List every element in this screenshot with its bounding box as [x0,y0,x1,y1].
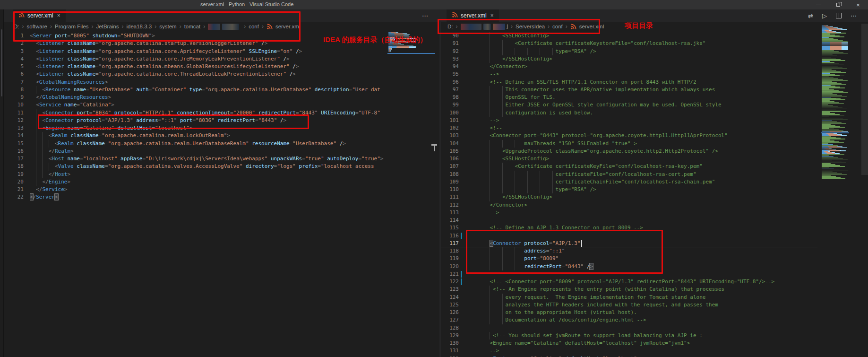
split-editor-icon[interactable] [836,13,842,18]
code-line[interactable]: 105 <UpgradeProtocol className="org.apac… [441,148,817,155]
tab-close-icon[interactable]: × [490,12,494,19]
code-line[interactable]: 6 <Listener className="org.apache.catali… [4,70,384,78]
line-number: 96 [441,78,459,86]
vertical-scrollbar[interactable] [861,24,868,175]
code-line[interactable]: 4 <Listener className="org.apache.catali… [4,55,384,63]
code-line[interactable]: 21 </Service> [4,186,384,193]
code-line[interactable]: 94 </Connector> [441,63,817,70]
code-line[interactable]: 107 <Certificate certificateKeyFile="con… [441,163,817,170]
minimap-highlight-line [821,132,849,133]
code-line[interactable]: 123 <!-- An Engine represents the entry … [441,286,817,293]
code-line[interactable]: 93 </SSLHostConfig> [441,55,817,63]
line-number: 20 [4,178,24,186]
code-line[interactable]: 103 <Connector port="8443" protocol="org… [441,132,817,139]
code-line[interactable]: 122 <!-- <Connector port="8009" protocol… [441,278,817,286]
line-number: 122 [441,278,459,286]
line-number: 95 [441,70,459,78]
code-line[interactable]: 98 OpenSSL for TLS. [441,94,817,101]
code-line[interactable]: 99 Either JSSE or OpenSSL style configur… [441,101,817,109]
line-number: 7 [4,78,24,86]
code-line[interactable]: 10 <Service name="Catalina"> [4,101,384,109]
code-line[interactable]: 16 </Realm> [4,148,384,155]
code-line[interactable]: 111 </SSLHostConfig> [441,193,817,201]
code-line[interactable]: 15 <Realm className="org.apache.catalina… [4,140,384,148]
run-icon[interactable]: ▷ [822,12,827,19]
line-number: 17 [4,155,24,163]
annotation-label-project-directory: 项目目录 [625,21,653,30]
code-line[interactable]: 20 </Engine> [4,178,384,186]
line-number: 125 [441,301,459,309]
code-line[interactable]: 109 certificateChainFile="conf/localhost… [441,178,817,186]
close-button[interactable]: × [848,0,868,9]
code-line[interactable]: 127 Documentation at /docs/config/engine… [441,316,817,324]
line-number: 118 [441,247,459,255]
code-line[interactable]: 113 --> [441,209,817,217]
line-number: 130 [441,340,459,347]
line-number: 102 [441,124,459,132]
code-line[interactable]: 3 <Listener className="org.apache.catali… [4,48,384,55]
line-number: 11 [4,109,24,117]
code-line[interactable]: 22</Server> [4,193,384,201]
code-line[interactable]: 126 on to the appropriate Host (virtual … [441,309,817,316]
line-number: 93 [441,55,459,63]
line-number: 115 [441,224,459,232]
line-number: 14 [4,132,24,139]
annotation-box-ajp-connector-left [38,114,309,129]
code-line[interactable]: 132 <Engine name="Catalina" defaultHost=… [441,355,817,357]
line-number: 91 [441,40,459,47]
code-line[interactable]: 17 <Host name="localhost" appBase="D:\ir… [4,155,384,163]
tab-label: server.xml [461,12,487,19]
minimap-highlight-line [387,53,435,54]
minimap-right[interactable] [821,26,849,183]
code-line[interactable]: 130 <Engine name="Catalina" defaultHost=… [441,340,817,347]
code-line[interactable]: 100 configuration is used below. [441,109,817,117]
code-line[interactable]: 131 --> [441,347,817,355]
code-line[interactable]: 114 [441,217,817,224]
code-line[interactable]: 129 <!-- You should set jvmRoute to supp… [441,332,817,340]
code-line[interactable]: 19 </Host> [4,171,384,178]
line-number: 111 [441,193,459,201]
code-line[interactable]: 14 <Realm className="org.apache.catalina… [4,132,384,139]
code-line[interactable]: 102 <!-- [441,124,817,132]
code-line[interactable]: 128 [441,324,817,332]
line-number: 106 [441,155,459,163]
code-line[interactable]: 95 --> [441,70,817,78]
code-line[interactable]: 106 <SSLHostConfig> [441,155,817,163]
editor-right[interactable]: 90 <SSLHostConfig>91 <Certificate certif… [441,31,817,357]
line-number: 97 [441,86,459,94]
line-number: 94 [441,63,459,70]
more-actions-icon[interactable]: ⋯ [851,12,857,19]
restore-icon [836,3,840,7]
code-line[interactable]: 97 This connector uses the APR/native im… [441,86,817,94]
line-number: 108 [441,171,459,178]
line-number: 3 [4,48,24,55]
line-number: 120 [441,263,459,270]
code-line[interactable]: 5 <Listener className="org.apache.catali… [4,63,384,70]
left-editor-group: server.xml × ⋯ D:›software›Program Files… [4,9,439,357]
code-line[interactable]: 125 analyzes the HTTP headers included w… [441,301,817,309]
code-line[interactable]: 96 <!-- Define an SSL/TLS HTTP/1.1 Conne… [441,78,817,86]
line-number: 112 [441,201,459,209]
minimize-button[interactable] [808,0,828,9]
line-number: 126 [441,309,459,316]
code-line[interactable]: 108 certificateFile="conf/localhost-rsa-… [441,171,817,178]
restore-button[interactable] [828,0,848,9]
code-line[interactable]: 101 --> [441,117,817,124]
code-line[interactable]: 110 type="RSA" /> [441,186,817,193]
sync-icon[interactable]: ⇄ [808,12,813,19]
code-line[interactable]: 8 <Resource name="UserDatabase" auth="Co… [4,86,384,94]
modified-line-marker [461,233,462,239]
line-number: 99 [441,101,459,109]
code-line[interactable]: 9 </GlobalNamingResources> [4,94,384,101]
more-actions-icon[interactable]: ⋯ [422,12,428,19]
code-line[interactable]: 92 type="RSA" /> [441,48,817,55]
line-number: 8 [4,86,24,94]
line-number: 132 [441,355,459,357]
code-line[interactable]: 7 <GlobalNamingResources> [4,78,384,86]
code-line[interactable]: 91 <Certificate certificateKeystoreFile=… [441,40,817,47]
code-line[interactable]: 18 <Valve className="org.apache.catalina… [4,163,384,170]
code-line[interactable]: 112 </Connector> [441,201,817,209]
code-line[interactable]: 104 maxThreads="150" SSLEnabled="true" > [441,140,817,148]
code-line[interactable]: 124 every request. The Engine implementa… [441,294,817,301]
line-number: 16 [4,148,24,155]
